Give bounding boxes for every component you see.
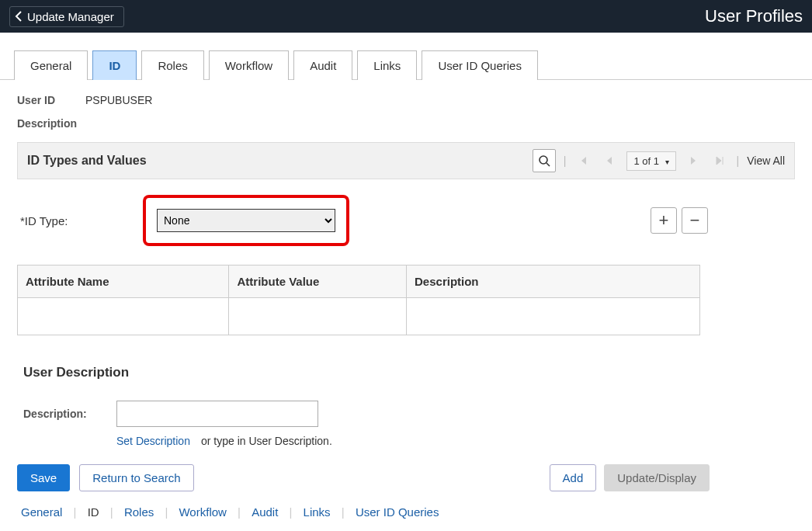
- separator: |: [74, 505, 77, 519]
- tab-id[interactable]: ID: [92, 50, 137, 80]
- set-description-link[interactable]: Set Description: [116, 435, 190, 447]
- last-page-button[interactable]: [710, 151, 729, 170]
- content: User ID PSPUBUSER Description ID Types a…: [0, 80, 812, 531]
- user-id-label: User ID: [17, 94, 85, 106]
- user-id-value: PSPUBUSER: [85, 94, 152, 106]
- svg-line-1: [547, 163, 550, 166]
- next-icon: [689, 155, 698, 166]
- view-all-link[interactable]: View All: [747, 154, 785, 167]
- divider: |: [737, 154, 740, 167]
- action-right: Add Update/Display: [550, 464, 710, 491]
- top-bar: Update Manager User Profiles: [0, 0, 812, 33]
- first-icon: [578, 155, 588, 166]
- description-hint-row: Set Description or type in User Descript…: [17, 435, 795, 447]
- section-pager: | 1 of 1 ▾ | View All: [533, 149, 785, 172]
- footer-general[interactable]: General: [21, 505, 62, 519]
- cell-attribute-name: [18, 298, 229, 335]
- action-left: Save Return to Search: [17, 464, 194, 491]
- footer-id: ID: [88, 505, 99, 519]
- prev-page-button[interactable]: [600, 151, 619, 170]
- tab-workflow[interactable]: Workflow: [209, 50, 289, 80]
- cell-description: [407, 298, 700, 335]
- back-button[interactable]: Update Manager: [9, 6, 124, 27]
- separator: |: [290, 505, 293, 519]
- return-to-search-button[interactable]: Return to Search: [79, 464, 193, 491]
- svg-point-0: [540, 156, 547, 164]
- footer-workflow[interactable]: Workflow: [179, 505, 226, 519]
- description-hint: or type in User Description.: [201, 435, 332, 447]
- add-remove-group: + −: [651, 207, 708, 234]
- next-page-button[interactable]: [684, 151, 703, 170]
- separator: |: [110, 505, 113, 519]
- section-title: ID Types and Values: [27, 154, 147, 168]
- tab-general[interactable]: General: [14, 50, 88, 80]
- description-field-label: Description:: [23, 408, 116, 420]
- tabs-row: General ID Roles Workflow Audit Links Us…: [0, 33, 812, 80]
- footer-audit[interactable]: Audit: [252, 505, 278, 519]
- footer-links-link[interactable]: Links: [304, 505, 331, 519]
- id-type-label: *ID Type:: [20, 214, 143, 227]
- search-icon: [538, 154, 550, 167]
- col-attribute-value: Attribute Value: [229, 266, 407, 298]
- last-icon: [714, 155, 725, 166]
- separator: |: [165, 505, 168, 519]
- table-row: [18, 298, 700, 335]
- prev-icon: [605, 155, 614, 166]
- tab-user-id-queries[interactable]: User ID Queries: [422, 50, 538, 80]
- col-attribute-name: Attribute Name: [18, 266, 229, 298]
- remove-row-button[interactable]: −: [682, 207, 708, 234]
- action-row: Save Return to Search Add Update/Display: [17, 464, 795, 491]
- separator: |: [238, 505, 241, 519]
- update-display-button[interactable]: Update/Display: [604, 464, 710, 491]
- save-button[interactable]: Save: [17, 464, 70, 491]
- highlight-box: None: [143, 195, 349, 246]
- tab-audit[interactable]: Audit: [293, 50, 352, 80]
- section-bar: ID Types and Values | 1 of 1 ▾ |: [17, 142, 795, 179]
- page-count-dropdown[interactable]: 1 of 1 ▾: [626, 151, 675, 171]
- tab-links[interactable]: Links: [357, 50, 417, 80]
- add-button[interactable]: Add: [550, 464, 597, 491]
- table-header-row: Attribute Name Attribute Value Descripti…: [18, 266, 700, 298]
- footer-links: General | ID | Roles | Workflow | Audit …: [17, 505, 795, 519]
- footer-roles[interactable]: Roles: [124, 505, 154, 519]
- user-description-title: User Description: [17, 365, 795, 380]
- description-input[interactable]: [116, 401, 318, 427]
- user-description-section: User Description Description: Set Descri…: [17, 365, 795, 447]
- user-id-row: User ID PSPUBUSER: [17, 94, 795, 106]
- chevron-left-icon: [15, 11, 23, 22]
- id-type-area: *ID Type: None + −: [17, 179, 795, 262]
- page-count-text: 1 of 1: [633, 155, 659, 167]
- col-description: Description: [407, 266, 700, 298]
- divider: |: [564, 154, 567, 167]
- id-type-select[interactable]: None: [157, 209, 335, 232]
- cell-attribute-value: [229, 298, 407, 335]
- first-page-button[interactable]: [574, 151, 592, 170]
- add-row-button[interactable]: +: [651, 207, 677, 234]
- description-label: Description: [17, 117, 795, 130]
- chevron-down-icon: ▾: [665, 158, 669, 166]
- attributes-table: Attribute Name Attribute Value Descripti…: [17, 265, 700, 335]
- page-title: User Profiles: [705, 6, 803, 26]
- description-field-row: Description:: [17, 401, 795, 427]
- back-label: Update Manager: [27, 10, 114, 23]
- footer-user-id-queries[interactable]: User ID Queries: [356, 505, 439, 519]
- separator: |: [342, 505, 345, 519]
- search-button[interactable]: [533, 149, 556, 172]
- tab-roles[interactable]: Roles: [141, 50, 203, 80]
